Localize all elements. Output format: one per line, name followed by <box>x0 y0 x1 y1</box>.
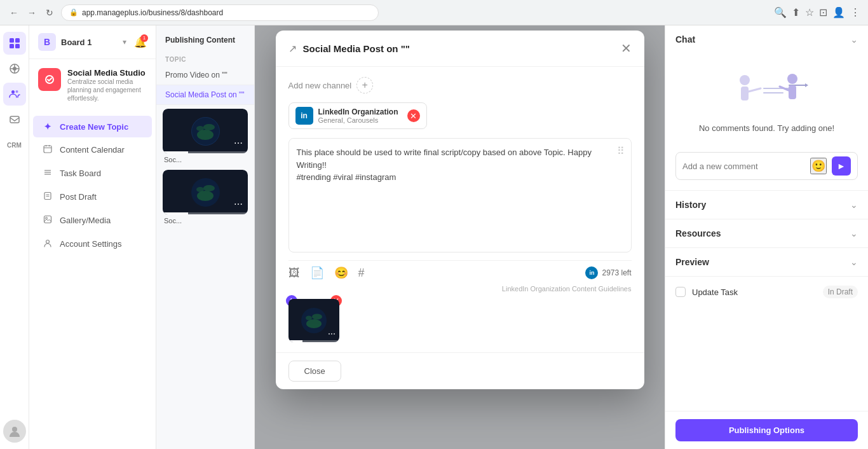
chat-illustration <box>726 66 808 117</box>
topic-item-2[interactable]: Social Media Post on "" <box>156 85 254 105</box>
svg-point-29 <box>197 130 214 140</box>
app-brand: Social Media Studio Centralize social me… <box>29 59 156 111</box>
pub-media-label-2: Soc... <box>163 214 248 227</box>
comment-input[interactable] <box>682 162 805 171</box>
svg-point-48 <box>787 74 797 84</box>
history-section: History ⌄ <box>665 191 868 219</box>
publishing-panel: Publishing Content TOPIC Promo Video on … <box>156 25 255 449</box>
linkedin-avatar-small: in <box>585 266 598 279</box>
modal-footer: Close <box>276 352 644 389</box>
search-icon[interactable]: 🔍 <box>774 6 787 18</box>
channel-info: LinkedIn Organization General, Carousels <box>318 107 398 124</box>
channel-type: General, Carousels <box>318 116 398 124</box>
publishing-options-button[interactable]: Publishing Options <box>675 419 858 441</box>
preview-section-header[interactable]: Preview ⌄ <box>665 248 868 276</box>
char-count: 2973 left <box>602 268 631 277</box>
notification-bell-icon[interactable]: 🔔 1 <box>134 36 147 48</box>
address-bar[interactable]: 🔒 app.manageplus.io/business/8/dashboard <box>61 4 379 21</box>
post-toolbar: 🖼 📄 😊 # in 2973 left <box>288 260 632 285</box>
close-button[interactable]: Close <box>288 361 341 382</box>
refresh-button[interactable]: ↻ <box>43 6 56 19</box>
document-icon[interactable]: 📄 <box>310 266 324 280</box>
icon-sidebar: CRM <box>0 25 29 449</box>
modal-close-icon[interactable]: ✕ <box>621 41 632 56</box>
svg-marker-44 <box>805 83 808 87</box>
board-header[interactable]: B Board 1 ▾ 🔔 1 <box>29 25 156 59</box>
menu-icon[interactable]: ⋮ <box>850 6 860 18</box>
nav-item-postdraft[interactable]: Post Draft <box>33 186 152 208</box>
pub-media-item-2[interactable]: ⋯ Soc... <box>163 170 248 227</box>
drag-handle-icon[interactable]: ⠿ <box>617 145 625 157</box>
media-thumb: ⋯ <box>288 299 339 342</box>
svg-point-11 <box>15 90 18 93</box>
chat-body: No comments found. Try adding one! 🙂 ► <box>665 53 868 190</box>
resources-section: Resources ⌄ <box>665 219 868 248</box>
topic-label: TOPIC <box>156 52 254 66</box>
pub-media-dots-1[interactable]: ⋯ <box>234 138 243 148</box>
share-icon[interactable]: ⬆ <box>792 6 800 18</box>
add-channel-row: Add new channel + <box>288 77 632 93</box>
account-icon <box>42 238 53 249</box>
chat-section: Chat ⌃ <box>665 25 868 191</box>
task-checkbox[interactable] <box>675 287 686 297</box>
svg-rect-25 <box>44 216 51 223</box>
chat-section-header[interactable]: Chat ⌃ <box>665 25 868 53</box>
add-channel-label: Add new channel <box>288 81 352 90</box>
nav-item-taskboard[interactable]: Task Board <box>33 162 152 184</box>
user-avatar-bottom[interactable] <box>3 420 26 443</box>
svg-rect-2 <box>10 44 14 48</box>
emoji-picker-button[interactable]: 🙂 <box>810 158 827 174</box>
brand-icon <box>38 68 61 91</box>
brand-info: Social Media Studio Centralize social me… <box>67 68 147 102</box>
sidebar-icon-crm[interactable]: CRM <box>3 134 26 156</box>
channel-tag: in LinkedIn Organization General, Carous… <box>288 102 427 129</box>
social-media-modal: ↗ Social Media Post on "" ✕ Add new chan… <box>276 31 644 389</box>
chat-empty-state: No comments found. Try adding one! <box>675 60 858 152</box>
taskboard-icon <box>42 168 53 179</box>
svg-point-5 <box>13 67 17 71</box>
back-button[interactable]: ← <box>8 6 20 19</box>
browser-chrome: ← → ↻ 🔒 app.manageplus.io/business/8/das… <box>0 0 868 25</box>
sidebar-icon-mail[interactable] <box>3 108 26 131</box>
bookmark-icon[interactable]: ☆ <box>805 6 814 18</box>
svg-rect-0 <box>10 38 14 43</box>
emoji-icon[interactable]: 😊 <box>334 266 348 280</box>
pub-media-item-1[interactable]: ⋯ Soc... <box>163 109 248 166</box>
send-comment-button[interactable]: ► <box>832 156 851 176</box>
svg-point-36 <box>196 187 204 192</box>
sidebar-icon-people[interactable] <box>3 83 26 106</box>
svg-point-45 <box>740 75 750 85</box>
sidebar-icon-grid[interactable] <box>3 32 26 55</box>
nav-item-gallery[interactable]: Gallery/Media <box>33 209 152 231</box>
comment-input-row: 🙂 ► <box>675 152 858 180</box>
hashtag-icon[interactable]: # <box>358 266 365 280</box>
nav-item-calendar[interactable]: Content Calendar <box>33 139 152 161</box>
image-upload-icon[interactable]: 🖼 <box>288 266 300 280</box>
pub-media-dots-2[interactable]: ⋯ <box>234 199 243 209</box>
post-content-area[interactable]: This place should be used to write final… <box>288 138 632 252</box>
forward-button[interactable]: → <box>25 6 38 19</box>
profile-icon[interactable]: 👤 <box>832 6 845 18</box>
browser-toolbar: 🔍 ⬆ ☆ ⊡ 👤 ⋮ <box>774 6 860 18</box>
create-topic-icon: ✦ <box>42 121 53 132</box>
history-title: History <box>675 200 850 210</box>
history-section-header[interactable]: History ⌄ <box>665 191 868 219</box>
topic-item-1[interactable]: Promo Video on "" <box>156 66 254 85</box>
nav-item-account[interactable]: Account Settings <box>33 233 152 255</box>
resources-section-header[interactable]: Resources ⌄ <box>665 219 868 247</box>
lock-icon: 🔒 <box>69 8 78 17</box>
sidebar-toggle-icon[interactable]: ⊡ <box>819 6 827 18</box>
nav-item-create[interactable]: ✦ Create New Topic <box>33 116 152 137</box>
svg-rect-15 <box>44 146 51 153</box>
nav-menu: ✦ Create New Topic Content Calendar Task… <box>29 111 156 449</box>
pub-media-thumb-1: ⋯ <box>163 109 248 153</box>
no-comments-text: No comments found. Try adding one! <box>699 123 834 133</box>
chat-title: Chat <box>675 34 850 45</box>
modal-expand-icon[interactable]: ↗ <box>288 43 297 55</box>
add-channel-button[interactable]: + <box>356 77 373 93</box>
history-chevron-icon: ⌄ <box>850 200 858 210</box>
media-preview-1[interactable]: 1 ✕ ⋯ <box>288 299 339 342</box>
channel-remove-button[interactable]: ✕ <box>407 109 420 122</box>
svg-point-13 <box>12 427 17 432</box>
sidebar-icon-graph[interactable] <box>3 57 26 80</box>
